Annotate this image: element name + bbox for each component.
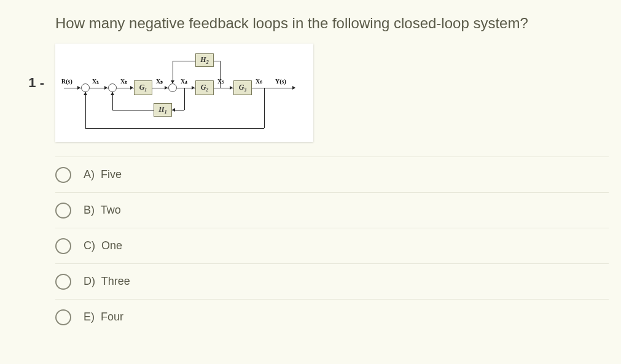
- radio-icon: [55, 238, 71, 254]
- option-label: B) Two: [84, 204, 121, 217]
- label-x6: X₆: [256, 78, 262, 85]
- summing-junction-1: [81, 83, 90, 92]
- summing-junction-2: [108, 83, 117, 92]
- label-x3: X₃: [156, 78, 163, 85]
- radio-icon: [55, 167, 71, 183]
- label-x1: X₁: [92, 78, 99, 85]
- label-output: Y(s): [275, 78, 286, 85]
- label-x2: X₂: [120, 78, 127, 85]
- option-c[interactable]: C) One: [55, 228, 609, 263]
- option-b[interactable]: B) Two: [55, 192, 609, 228]
- block-g2: G2: [195, 80, 214, 95]
- option-e[interactable]: E) Four: [55, 299, 609, 335]
- option-d[interactable]: D) Three: [55, 263, 609, 299]
- radio-icon: [55, 203, 71, 219]
- label-x4: X₄: [181, 78, 187, 85]
- block-h2: H2: [195, 53, 214, 67]
- block-diagram: R(s) X₁ X₂ G1 X₃ X₄ G2: [55, 44, 313, 142]
- radio-icon: [55, 309, 71, 325]
- block-g3: G3: [233, 80, 252, 95]
- block-h1: H1: [154, 103, 172, 117]
- radio-icon: [55, 274, 71, 290]
- label-input: R(s): [61, 78, 72, 85]
- summing-junction-3: [168, 83, 177, 92]
- option-label: A) Five: [84, 168, 122, 181]
- option-label: D) Three: [84, 275, 130, 288]
- label-x5: X₅: [217, 78, 224, 85]
- option-label: C) One: [84, 239, 122, 252]
- block-g1: G1: [134, 80, 152, 95]
- option-label: E) Four: [84, 311, 123, 323]
- question-number: 1 -: [0, 14, 55, 91]
- question-text: How many negative feedback loops in the …: [55, 14, 609, 33]
- option-a[interactable]: A) Five: [55, 157, 609, 192]
- options-list: A) Five B) Two C) One D) Three E) Four: [55, 157, 609, 335]
